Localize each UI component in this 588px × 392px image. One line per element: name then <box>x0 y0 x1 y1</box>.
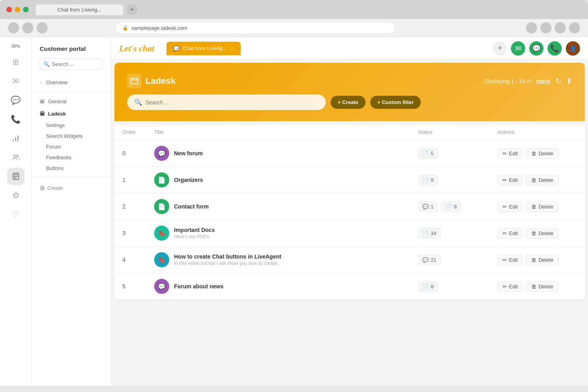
row-title-1: 📄 Organizers <box>154 172 418 187</box>
edit-button-1[interactable]: ✏ Edit <box>497 175 523 185</box>
browser-action-1[interactable] <box>526 22 537 33</box>
address-bar[interactable]: 🔒 samplepage.ladesk.com <box>116 23 394 33</box>
row-order-3: 3 <box>122 230 154 236</box>
sidebar-icon-phone[interactable]: 📞 <box>7 110 25 128</box>
delete-button-2[interactable]: 🗑 Delete <box>526 201 559 212</box>
svg-point-3 <box>14 155 16 157</box>
brand-logo: Let's chat <box>119 43 155 54</box>
refresh-list-button[interactable]: ↻ <box>555 77 561 85</box>
portal-subnav-buttons[interactable]: Buttons <box>32 163 111 174</box>
display-info: Displaying 1 - 14 of many ↻ ⬆ <box>484 77 572 85</box>
status-doc-icon-1: 📄 <box>422 177 429 183</box>
phone-button[interactable]: 📞 <box>547 41 562 56</box>
sidebar-icon-chat[interactable]: 💬 <box>7 91 25 109</box>
portal-nav-overview[interactable]: ○ Overview <box>32 76 111 89</box>
delete-icon-5: 🗑 <box>531 284 536 290</box>
refresh-button[interactable] <box>37 22 48 33</box>
table-header: Order Title Status Actions <box>114 124 585 140</box>
edit-button-0[interactable]: ✏ Edit <box>497 148 523 159</box>
svg-rect-1 <box>15 137 16 141</box>
browser-action-3[interactable] <box>555 22 566 33</box>
new-item-button[interactable]: + <box>493 41 507 56</box>
tab-bar: 💬 Chat from LiveAg... × <box>166 42 489 55</box>
row-title-text-3: Important Docs <box>174 227 215 233</box>
status-badge-4: 💬 21 <box>418 255 441 265</box>
portal-search-container[interactable]: 🔍 <box>38 58 104 70</box>
portal-subnav-search-widgets[interactable]: Search Widgets <box>32 131 111 141</box>
status-doc-icon-3: 📄 <box>422 230 429 236</box>
row-title-text-5: Forum about news <box>174 283 223 290</box>
col-status: Status <box>418 129 497 135</box>
row-status-3: 📄 34 <box>418 228 497 239</box>
delete-button-1[interactable]: 🗑 Delete <box>526 175 559 185</box>
ladesk-brand: Ladesk <box>127 74 176 88</box>
sidebar-icon-grid[interactable]: ⊞ <box>7 53 25 71</box>
status-chat-icon-4: 💬 <box>422 257 429 263</box>
portal-create-btn[interactable]: ⊕ Create <box>32 180 111 196</box>
row-icon-5: 💬 <box>154 279 169 294</box>
row-subtitle-4: In this video tutorial I will show you h… <box>174 261 281 266</box>
filter-toggle-button[interactable]: ⬆ <box>566 77 572 85</box>
edit-icon-5: ✏ <box>503 284 507 290</box>
close-traffic-light[interactable] <box>6 7 12 12</box>
row-icon-0: 💬 <box>154 146 169 161</box>
browser-action-2[interactable] <box>540 22 551 33</box>
maximize-traffic-light[interactable] <box>23 7 29 12</box>
row-actions-5: ✏ Edit 🗑 Delete <box>497 281 577 292</box>
status-count-5: 8 <box>431 284 433 290</box>
email-button[interactable]: ✉ <box>511 41 525 56</box>
row-title-text-2: Contact form <box>174 203 209 210</box>
overview-label: Overview <box>46 79 68 85</box>
row-order-4: 4 <box>122 257 154 263</box>
app-header: Let's chat 💬 Chat from LiveAg... × + ✉ 💬… <box>111 37 588 60</box>
sidebar-icon-mail[interactable]: ✉ <box>7 72 25 90</box>
forward-button[interactable] <box>22 22 33 33</box>
row-actions-4: ✏ Edit 🗑 Delete <box>497 255 577 265</box>
delete-button-0[interactable]: 🗑 Delete <box>526 148 559 159</box>
orange-search-input[interactable] <box>145 99 319 106</box>
row-status-2: 💬 1 📄 9 <box>418 201 497 212</box>
traffic-lights[interactable] <box>6 7 29 12</box>
back-button[interactable] <box>8 22 19 33</box>
new-tab-button[interactable]: + <box>126 4 137 15</box>
table-row: 5 💬 Forum about news 📄 8 <box>114 273 585 299</box>
tab-close-button[interactable]: × <box>230 45 234 52</box>
url-text: samplepage.ladesk.com <box>132 25 187 31</box>
browser-action-4[interactable] <box>569 22 580 33</box>
table-row: 4 🔖 How to create Chat buttons in LiveAg… <box>114 247 585 273</box>
sidebar-icon-heart[interactable]: ♡ <box>7 206 25 223</box>
portal-nav-general[interactable]: 🏛 General <box>32 95 111 108</box>
delete-button-4[interactable]: 🗑 Delete <box>526 255 559 265</box>
chat-button[interactable]: 💬 <box>529 41 544 56</box>
status-doc-icon-5: 📄 <box>422 284 429 290</box>
create-button[interactable]: + Create <box>331 96 366 109</box>
portal-subnav-forum[interactable]: Forum <box>32 141 111 152</box>
delete-button-5[interactable]: 🗑 Delete <box>526 281 559 292</box>
edit-icon-3: ✏ <box>503 230 507 236</box>
display-text: Displaying 1 - 14 of <box>484 78 532 84</box>
display-count: many <box>536 78 551 84</box>
svg-rect-6 <box>131 78 138 84</box>
active-tab[interactable]: 💬 Chat from LiveAg... × <box>166 42 241 55</box>
sidebar-icon-stats[interactable] <box>7 129 25 147</box>
row-subtitle-3: Here's our PDFs <box>174 234 215 239</box>
portal-search-input[interactable] <box>52 61 99 67</box>
orange-search-container[interactable]: 🔍 <box>127 95 326 110</box>
portal-nav-ladesk[interactable]: 🏛 Ladesk <box>32 108 111 120</box>
sidebar-icon-users[interactable] <box>7 149 25 166</box>
user-avatar[interactable]: 👤 <box>566 41 580 56</box>
portal-subnav-settings[interactable]: Settings <box>32 120 111 131</box>
sidebar-icon-settings[interactable]: ⚙ <box>7 187 25 204</box>
forum-table: Order Title Status Actions 0 💬 New forum <box>114 124 585 299</box>
sidebar-icon-knowledge[interactable] <box>7 168 25 185</box>
edit-button-3[interactable]: ✏ Edit <box>497 228 523 239</box>
custom-filter-button[interactable]: + Custom filter <box>370 96 421 109</box>
minimize-traffic-light[interactable] <box>15 7 20 12</box>
portal-subnav-feedbacks[interactable]: Feedbacks <box>32 152 111 163</box>
edit-button-4[interactable]: ✏ Edit <box>497 255 523 265</box>
delete-button-3[interactable]: 🗑 Delete <box>526 228 559 239</box>
edit-button-5[interactable]: ✏ Edit <box>497 281 523 292</box>
browser-tab[interactable]: Chat from LiveAg... <box>36 4 123 15</box>
row-order-2: 2 <box>122 203 154 210</box>
edit-button-2[interactable]: ✏ Edit <box>497 201 523 212</box>
